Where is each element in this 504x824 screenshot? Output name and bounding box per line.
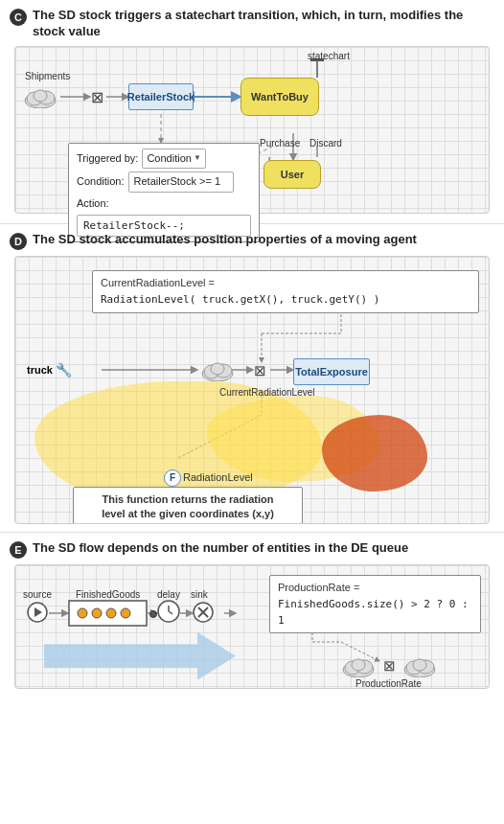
delay-element [157, 600, 180, 626]
wanttobuy-box: WantToBuy [241, 78, 319, 116]
note-line1: This function returns the radiation [81, 492, 294, 507]
sink-element [193, 602, 214, 626]
diagram-c: Shipments ⊠ RetailerStock WantToBuy stat… [14, 46, 490, 214]
radiation-level-label: RadiationLevel [183, 471, 253, 483]
title-d: The SD stock accumulates position proper… [33, 232, 417, 248]
title-c: The SD stock triggers a statechart trans… [33, 8, 494, 40]
diagram-e: source FinishedGoods delay [14, 564, 490, 689]
svg-point-52 [352, 659, 365, 671]
svg-point-14 [34, 90, 47, 102]
production-rate-code-box: ProductionRate = FinishedGoods.size() > … [269, 575, 481, 634]
truck-label: truck [27, 364, 53, 376]
dropdown-arrow: ▼ [194, 152, 201, 165]
cloud-left [23, 85, 57, 111]
current-radiation-label: CurrentRadiationLevel [219, 387, 315, 398]
rate-symbol: ⊠ [91, 88, 103, 106]
section-d-header: D The SD stock accumulates position prop… [10, 232, 494, 250]
rate-symbol-e: ⊠ [383, 657, 396, 675]
condition-row: Condition: RetailerStock >= 1 [77, 172, 251, 193]
triggered-by-row: Triggered by: Condition ▼ [77, 149, 251, 170]
sink-label: sink [191, 589, 208, 600]
cloud-e-right [341, 654, 376, 680]
svg-point-56 [413, 659, 426, 671]
production-rate-value: FinishedGoods.size() > 2 ? 0 : 1 [278, 597, 472, 629]
section-e: E The SD flow depends on the number of e… [0, 533, 504, 698]
radiation-code-box: CurrentRadiationLevel = RadiationLevel( … [92, 270, 479, 313]
section-c: C The SD stock triggers a statechart tra… [0, 0, 504, 224]
svg-point-41 [106, 608, 116, 618]
finishedgoods-label: FinishedGoods [76, 589, 140, 600]
shipments-label: Shipments [25, 71, 70, 81]
triggered-by-label: Triggered by: [77, 150, 138, 168]
source-element [27, 602, 48, 626]
triggered-by-dropdown[interactable]: Condition ▼ [142, 149, 205, 170]
delay-label: delay [157, 589, 180, 600]
user-box: User [263, 160, 321, 189]
svg-point-42 [121, 608, 130, 618]
code-value: RadiationLevel( truck.getX(), truck.getY… [101, 292, 470, 309]
truck-agent: truck 🔧 [27, 362, 72, 378]
retailer-stock-box: RetailerStock [128, 83, 194, 110]
finishedgoods-queue [68, 600, 148, 629]
svg-point-39 [78, 608, 87, 618]
blob-orange [322, 415, 427, 492]
rate-symbol-d: ⊠ [254, 362, 266, 379]
production-rate-label: ProductionRate = [278, 580, 472, 596]
purchase-label: Purchase [260, 138, 300, 149]
code-label: CurrentRadiationLevel = [101, 275, 470, 291]
condition-value: RetailerStock >= 1 [128, 172, 234, 193]
triggered-by-value: Condition [147, 150, 191, 168]
big-flow-arrow [44, 632, 236, 680]
statechart-label: statechart [308, 51, 350, 61]
condition-label: Condition: [77, 173, 125, 191]
note-line2: level at the given coordinates (x,y) [81, 507, 294, 521]
source-label: source [23, 589, 52, 600]
badge-d: D [10, 233, 27, 250]
section-d: D The SD stock accumulates position prop… [0, 224, 504, 533]
production-rate-flow-label: ProductionRate [355, 678, 422, 689]
func-badge: F [164, 469, 181, 487]
truck-icon: 🔧 [56, 362, 72, 378]
diagram-d: CurrentRadiationLevel = RadiationLevel( … [14, 256, 490, 524]
discard-label: Discard [309, 138, 342, 149]
section-e-header: E The SD flow depends on the number of e… [10, 540, 494, 559]
total-exposure-box: TotalExposure [293, 358, 370, 385]
connector-dot [149, 610, 157, 618]
note-box-d: This function returns the radiation leve… [73, 487, 303, 524]
svg-point-40 [92, 608, 102, 618]
badge-e: E [10, 541, 27, 559]
section-c-header: C The SD stock triggers a statechart tra… [10, 8, 494, 40]
badge-c: C [10, 9, 27, 26]
cloud-middle [200, 358, 235, 384]
cloud-e-right2 [402, 654, 437, 680]
title-e: The SD flow depends on the number of ent… [33, 540, 408, 557]
action-label: Action: [77, 197, 109, 209]
svg-point-27 [211, 363, 224, 375]
